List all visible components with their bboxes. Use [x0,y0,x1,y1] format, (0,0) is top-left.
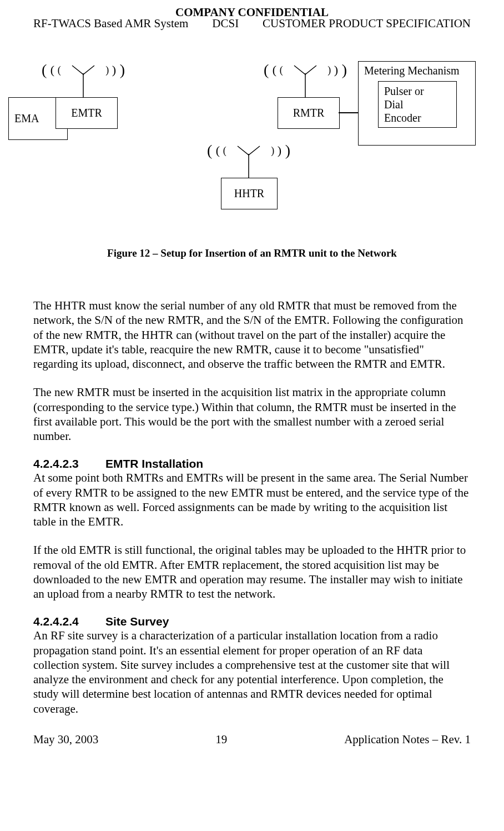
paragraph-1: The HHTR must know the serial number of … [33,298,471,371]
ema-label: EMA [14,112,39,125]
pulser-line2: Dial [384,98,403,111]
header-center: DCSI [212,17,239,31]
rmtr-box: RMTR [278,97,340,129]
metering-box: Metering Mechanism Pulser or Dial Encode… [358,61,476,146]
paragraph-4: If the old EMTR is still functional, the… [33,543,471,601]
hhtr-box: HHTR [221,178,278,209]
pulser-box: Pulser or Dial Encoder [378,81,457,128]
pulser-line3: Encoder [384,112,421,124]
paragraph-2: The new RMTR must be inserted in the acq… [33,385,471,443]
pulser-line1: Pulser or [384,85,424,97]
footer-revision: Application Notes – Rev. 1 [344,733,471,747]
section-title: EMTR Installation [105,457,203,470]
diagram: EMA ( ( ( ) ) ) EMTR ( ( ( ) ) ) RMTR Me… [33,64,471,236]
emtr-box: EMTR [56,97,118,129]
paragraph-5: An RF site survey is a characterization … [33,628,471,716]
hhtr-label: HHTR [234,187,264,200]
section-number: 4.2.4.2.4 [33,615,105,628]
footer-row: May 30, 2003 19 Application Notes – Rev.… [33,733,471,747]
rmtr-label: RMTR [293,107,325,119]
figure-caption: Figure 12 – Setup for Insertion of an RM… [33,247,471,259]
section-number: 4.2.4.2.3 [33,457,105,470]
paragraph-3: At some point both RMTRs and EMTRs will … [33,470,471,529]
header-left: RF-TWACS Based AMR System [33,17,188,31]
metering-label: Metering Mechanism [364,64,460,77]
section-title: Site Survey [105,615,169,628]
section-heading-site-survey: 4.2.4.2.4Site Survey [33,615,471,628]
section-heading-emtr: 4.2.4.2.3EMTR Installation [33,457,471,470]
header-right: CUSTOMER PRODUCT SPECIFICATION [263,17,471,31]
emtr-label: EMTR [71,107,102,119]
footer-page-number: 19 [215,733,227,747]
footer-date: May 30, 2003 [33,733,98,747]
